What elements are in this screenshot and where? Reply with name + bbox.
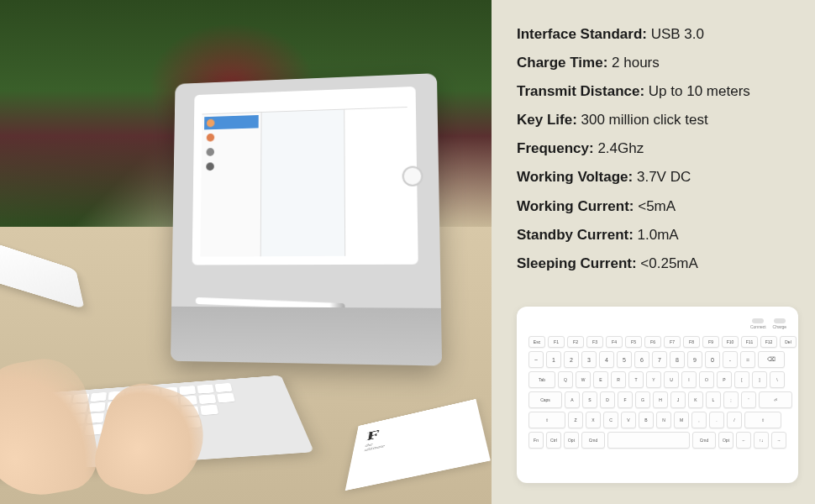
keyboard-key: Caps [528,391,562,408]
keyboard-key: F1 [548,336,565,348]
keyboard-key: P [717,371,732,388]
keyboard-key: - [723,351,738,368]
spec-row: Key Life: 300 million click test [517,111,798,129]
keyboard-key: K [688,391,703,408]
spec-row: Frequency: 2.4Ghz [517,139,798,158]
keyboard-key: N [656,412,671,428]
specs-panel: Interface Standard: USB 3.0 Charge Time:… [492,0,815,504]
spec-label: Charge Time: [517,55,607,71]
keyboard-key: Opt [564,432,579,449]
tablet-home-button [402,165,423,186]
keyboard-key: ⇧ [744,412,781,428]
keyboard-product-render: Connect Charge EscF1F2F3F4F5F6F7F8F9F10F… [517,307,798,483]
charge-indicator: Charge [773,318,786,329]
keyboard-key: F4 [606,336,623,348]
connect-indicator: Connect [750,318,766,329]
keyboard-key: ⏎ [759,391,792,408]
chat-pane [261,110,345,257]
keyboard-key: H [653,391,668,408]
keyboard-key: F2 [567,336,584,348]
contact-item [204,115,259,129]
keyboard-key: → [771,432,786,449]
keyboard-key: 6 [634,351,649,368]
keyboard-key: ] [752,371,767,388]
spec-row: Charge Time: 2 hours [517,54,798,72]
keyboard-row-5: FnCtrlOptCmdCmdOpt←↑↓→ [528,432,786,449]
tablet-case-stand [171,73,442,365]
contacts-sidebar [200,113,261,257]
keyboard-key: V [621,412,636,428]
spec-value: 2.4Ghz [597,140,644,156]
keyboard-key: ↑↓ [754,432,769,449]
keyboard-row-1: ~1234567890-=⌫ [528,351,786,368]
keyboard-key: Cmd [581,432,605,449]
keyboard-key: = [740,351,755,368]
keyboard-key: Opt [718,432,734,449]
keyboard-key: F12 [760,336,777,348]
spec-label: Working Voltage: [517,169,633,185]
keyboard-key: ; [723,391,739,408]
keyboard-key: , [691,412,707,428]
keyboard-key: G [635,391,650,408]
keyboard-key: Del [780,336,797,348]
keyboard-key: F [618,391,633,408]
spec-label: Sleeping Current: [517,255,637,271]
product-lifestyle-photo: F the ultimate [0,0,492,504]
spec-label: Key Life: [517,112,577,128]
keyboard-key: L [706,391,721,408]
keyboard-key: X [586,412,601,428]
spec-value: 1.0mA [638,227,679,243]
spec-value: USB 3.0 [651,26,704,42]
keyboard-key: 3 [581,351,597,368]
keyboard-key: F5 [625,336,642,348]
keyboard-row-fn: EscF1F2F3F4F5F6F7F8F9F10F11F12Del [528,336,786,348]
keyboard-key: F6 [644,336,661,348]
spec-label: Working Current: [517,198,634,214]
keyboard-key: 8 [670,351,685,368]
keyboard-key: 5 [617,351,632,368]
keyboard-key: ~ [528,351,544,368]
keyboard-key: Q [558,371,573,388]
keyboard-key: 0 [705,351,720,368]
spec-label: Interface Standard: [517,26,647,42]
keyboard-key: 4 [599,351,614,368]
spec-label: Transmit Distance: [517,83,644,99]
keyboard-key: ' [741,391,756,408]
keyboard-key: Y [646,371,661,388]
spec-row: Transmit Distance: Up to 10 meters [517,82,798,101]
keyboard-row-2: TabQWERTYUIOP[]\ [528,371,786,388]
keyboard-key: F8 [683,336,700,348]
keyboard-key: F3 [586,336,603,348]
spec-row: Interface Standard: USB 3.0 [517,25,798,44]
keyboard-key: T [628,371,644,388]
keyboard-key [607,432,690,449]
contact-item [204,144,259,159]
keyboard-key: O [699,371,714,388]
spec-row: Working Current: <5mA [517,197,798,216]
keyboard-key: Cmd [692,432,716,449]
keyboard-key: I [681,371,697,388]
keyboard-key: 9 [687,351,702,368]
keyboard-key: . [709,412,724,428]
keyboard-key: Z [568,412,583,428]
keyboard-key: 7 [652,351,667,368]
keyboard-key: Tab [528,371,555,388]
keyboard-key: U [664,371,679,388]
keyboard-key: D [600,391,615,408]
keyboard-key: ← [736,432,751,449]
spec-row: Standby Current: 1.0mA [517,226,798,244]
spec-value: Up to 10 meters [649,83,750,99]
spec-label: Standby Current: [517,227,634,243]
spec-value: 3.7V DC [637,169,691,185]
keyboard-key: ⌫ [758,351,785,368]
keyboard-key: F9 [702,336,719,348]
keyboard-key: F7 [664,336,681,348]
keyboard-key: C [603,412,618,428]
spec-label: Frequency: [517,140,594,156]
keyboard-key: [ [734,371,749,388]
contact-item [204,129,259,144]
spec-value: 2 hours [612,55,660,71]
keyboard-key: W [576,371,591,388]
keyboard-key: / [727,412,742,428]
keyboard-row-3: CapsASDFGHJKL;'⏎ [528,391,786,408]
